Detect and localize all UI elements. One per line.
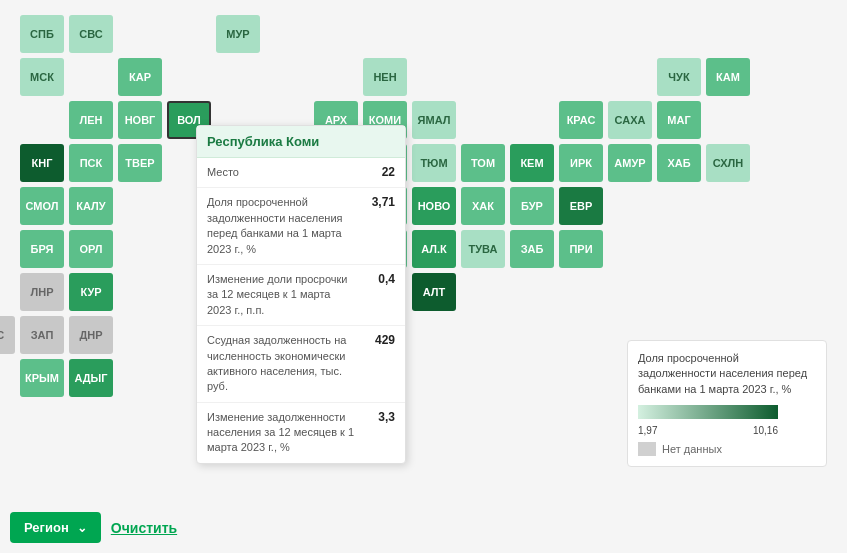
tooltip-row: Изменение доли просрочки за 12 месяцев к… [197,265,405,326]
region-cell-bry[interactable]: БРЯ [20,230,64,268]
region-cell-kras[interactable]: КРАС [559,101,603,139]
tooltip-row: Ссудная задолженность на численность эко… [197,326,405,403]
region-cell-nen[interactable]: НЕН [363,58,407,96]
legend-labels: 1,97 10,16 [638,425,778,436]
region-cell-psk[interactable]: ПСК [69,144,113,182]
region-cell-mag[interactable]: МАГ [657,101,701,139]
region-cell-yamal[interactable]: ЯМАЛ [412,101,456,139]
legend-bar [638,405,778,419]
tooltip-field-label: Место [207,165,365,180]
region-cell-orl[interactable]: ОРЛ [69,230,113,268]
region-cell-kalu[interactable]: КАЛУ [69,187,113,225]
legend-min: 1,97 [638,425,657,436]
region-cell-kar[interactable]: КАР [118,58,162,96]
region-cell-lnr[interactable]: ЛНР [20,273,64,311]
region-cell-novg[interactable]: НОВГ [118,101,162,139]
region-cell-krm[interactable]: КРЫМ [20,359,64,397]
legend-no-data-label: Нет данных [662,443,722,455]
region-cell-svs[interactable]: СВС [69,15,113,53]
tooltip-field-label: Ссудная задолженность на численность эко… [207,333,365,395]
legend: Доля просроченной задолженности населени… [627,340,827,467]
region-cell-hak[interactable]: ХАК [461,187,505,225]
legend-bar-container [638,405,816,419]
region-cell-bur[interactable]: БУР [510,187,554,225]
region-cell-kam[interactable]: КАМ [706,58,750,96]
legend-no-data-box [638,442,656,456]
tooltip-field-value: 22 [365,165,395,179]
legend-no-data: Нет данных [638,442,816,456]
region-cell-irk[interactable]: ИРК [559,144,603,182]
region-cell-dnr[interactable]: ДНР [69,316,113,354]
region-cell-novo[interactable]: НОВО [412,187,456,225]
region-cell-spb[interactable]: СПБ [20,15,64,53]
tooltip-popup: Республика Коми Место22Доля просроченной… [196,125,406,464]
region-cell-tuva[interactable]: ТУВА [461,230,505,268]
region-dropdown-label: Регион [24,520,69,535]
region-cell-hab[interactable]: ХАБ [657,144,701,182]
tooltip-field-value: 3,71 [365,195,395,209]
region-cell-adyg[interactable]: АДЫГ [69,359,113,397]
tooltip-title: Республика Коми [197,126,405,158]
tooltip-row: Место22 [197,158,405,188]
region-cell-kur[interactable]: КУР [69,273,113,311]
tooltip-row: Доля просроченной задолженности населени… [197,188,405,265]
tooltip-field-value: 0,4 [365,272,395,286]
region-cell-hrs[interactable]: ХРС [0,316,15,354]
region-cell-tom[interactable]: ТОМ [461,144,505,182]
region-cell-mur[interactable]: МУР [216,15,260,53]
tooltip-field-label: Изменение задолженности населения за 12 … [207,410,365,456]
region-cell-zab[interactable]: ЗАБ [510,230,554,268]
region-cell-shl[interactable]: СХЛН [706,144,750,182]
region-cell-alk[interactable]: АЛ.К [412,230,456,268]
region-cell-amur[interactable]: АМУР [608,144,652,182]
bottom-bar: Регион ⌄ Очистить [10,512,177,543]
legend-max: 10,16 [753,425,778,436]
region-cell-zap[interactable]: ЗАП [20,316,64,354]
map-container: СПБСВСМУРМСККАРНЕНЧУККАМЛЕННОВГВОЛАРХКОМ… [0,0,847,553]
region-cell-pri[interactable]: ПРИ [559,230,603,268]
region-cell-chuk[interactable]: ЧУК [657,58,701,96]
region-cell-tum[interactable]: ТЮМ [412,144,456,182]
region-cell-alt[interactable]: АЛТ [412,273,456,311]
tooltip-field-value: 3,3 [365,410,395,424]
clear-button[interactable]: Очистить [111,520,177,536]
tooltip-field-value: 429 [365,333,395,347]
tooltip-row: Изменение задолженности населения за 12 … [197,403,405,463]
region-cell-saha[interactable]: САХА [608,101,652,139]
region-cell-evr[interactable]: ЕВР [559,187,603,225]
region-cell-kng[interactable]: КНГ [20,144,64,182]
region-dropdown-button[interactable]: Регион ⌄ [10,512,101,543]
region-cell-len[interactable]: ЛЕН [69,101,113,139]
chevron-down-icon: ⌄ [77,521,87,535]
region-cell-msk[interactable]: МСК [20,58,64,96]
region-cell-kem[interactable]: КЕМ [510,144,554,182]
tooltip-field-label: Изменение доли просрочки за 12 месяцев к… [207,272,365,318]
legend-title: Доля просроченной задолженности населени… [638,351,816,397]
region-cell-smol[interactable]: СМОЛ [20,187,64,225]
tooltip-field-label: Доля просроченной задолженности населени… [207,195,365,257]
region-cell-tver[interactable]: ТВЕР [118,144,162,182]
